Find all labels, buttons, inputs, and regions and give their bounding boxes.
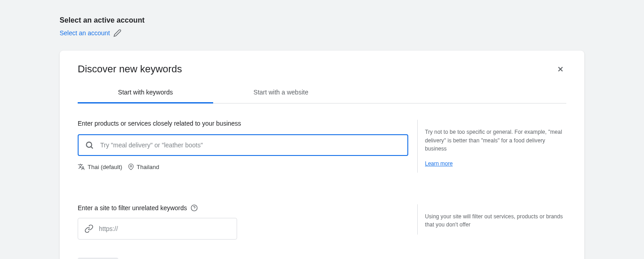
page-title: Select an active account xyxy=(60,16,584,24)
svg-point-4 xyxy=(130,165,132,167)
keywords-input[interactable] xyxy=(100,141,401,149)
learn-more-link[interactable]: Learn more xyxy=(425,160,453,167)
close-icon[interactable] xyxy=(555,63,566,75)
discover-card: Discover new keywords Start with keyword… xyxy=(60,51,584,259)
select-account-link[interactable]: Select an account xyxy=(60,29,110,37)
svg-point-2 xyxy=(86,142,92,147)
account-header: Select an active account Select an accou… xyxy=(60,16,584,37)
keywords-label: Enter products or services closely relat… xyxy=(78,120,408,127)
svg-line-3 xyxy=(91,147,93,149)
edit-icon[interactable] xyxy=(113,29,121,37)
keywords-help-text: Try not to be too specific or general. F… xyxy=(425,128,566,153)
card-title: Discover new keywords xyxy=(78,63,182,75)
tab-start-with-website[interactable]: Start with a website xyxy=(213,82,349,104)
link-icon xyxy=(84,224,93,233)
search-icon xyxy=(85,141,94,150)
keywords-input-container[interactable] xyxy=(78,134,408,156)
location-icon xyxy=(128,164,134,170)
site-input-container[interactable] xyxy=(78,218,237,240)
tabs: Start with keywords Start with a website xyxy=(78,82,566,104)
tab-start-with-keywords[interactable]: Start with keywords xyxy=(78,82,213,104)
translate-icon xyxy=(78,163,85,170)
location-label: Thailand xyxy=(137,164,159,170)
location-selector[interactable]: Thailand xyxy=(128,164,159,170)
help-icon[interactable] xyxy=(191,204,198,212)
language-selector[interactable]: Thai (default) xyxy=(78,163,122,170)
site-label: Enter a site to filter unrelated keyword… xyxy=(78,204,187,212)
language-label: Thai (default) xyxy=(88,164,122,170)
site-help-text: Using your site will filter out services… xyxy=(425,212,566,229)
site-input[interactable] xyxy=(99,225,230,232)
